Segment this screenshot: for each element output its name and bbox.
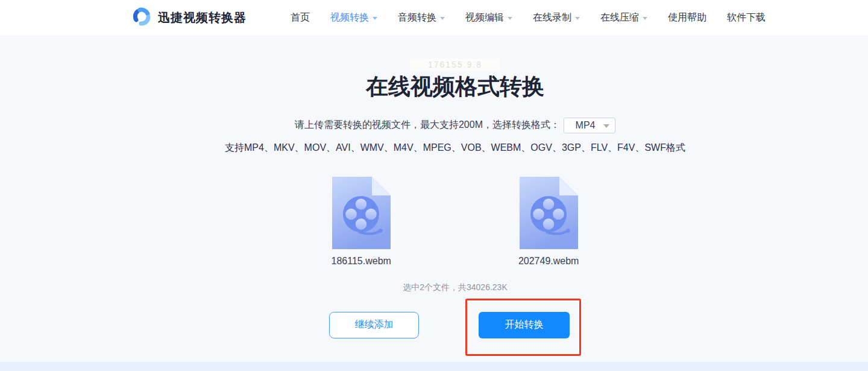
start-convert-button[interactable]: 开始转换 <box>479 312 570 338</box>
watermark: 176155.9.8 <box>410 59 500 71</box>
format-select-value: MP4 <box>576 120 596 131</box>
caret-down-icon <box>508 17 512 20</box>
caret-down-icon <box>373 17 377 20</box>
nav-label: 音频转换 <box>398 11 436 24</box>
caret-down-icon <box>440 17 445 20</box>
converter-section: 176155.9.8 在线视频格式转换 请上传需要转换的视频文件，最大支持200… <box>0 36 868 362</box>
supported-formats-text: 支持MP4、MKV、MOV、AVI、WMV、M4V、MPEG、VOB、WEBM、… <box>225 142 685 154</box>
nav-item-software-download[interactable]: 软件下载 <box>727 11 766 24</box>
video-file-icon <box>520 177 578 252</box>
nav-label: 视频转换 <box>330 11 369 24</box>
nav-label: 软件下载 <box>727 11 766 24</box>
file-name: 202749.webm <box>518 256 579 267</box>
page-title: 在线视频格式转换 <box>366 75 544 99</box>
footer-band <box>0 362 868 371</box>
brand-title: 迅捷视频转换器 <box>158 10 247 26</box>
caret-down-icon <box>643 17 647 20</box>
nav-item-audio-convert[interactable]: 音频转换 <box>398 11 445 24</box>
nav-item-online-compress[interactable]: 在线压缩 <box>600 11 647 24</box>
nav-item-help[interactable]: 使用帮助 <box>668 11 706 24</box>
top-navbar: 迅捷视频转换器 首页 视频转换 音频转换 视频编辑 在线录制 在线压缩 使用帮助 <box>0 0 868 36</box>
brand[interactable]: 迅捷视频转换器 <box>131 7 247 30</box>
upload-hint-text: 请上传需要转换的视频文件，最大支持200M，选择转换格式： <box>295 119 560 132</box>
nav-item-video-convert[interactable]: 视频转换 <box>330 11 377 24</box>
nav-item-online-record[interactable]: 在线录制 <box>533 11 580 24</box>
add-more-button[interactable]: 继续添加 <box>329 312 419 338</box>
format-select[interactable]: MP4 <box>564 118 615 133</box>
selected-files-row: 186115.webm 202749.webm <box>332 177 579 267</box>
video-file-icon <box>332 177 391 252</box>
nav-item-video-edit[interactable]: 视频编辑 <box>465 11 512 24</box>
caret-down-icon <box>603 124 609 128</box>
nav-label: 在线录制 <box>533 11 571 24</box>
nav-item-home[interactable]: 首页 <box>291 11 310 24</box>
action-buttons-row: 继续添加 开始转换 <box>329 299 581 356</box>
red-annotation-box: 开始转换 <box>465 299 581 356</box>
nav-label: 使用帮助 <box>668 11 706 24</box>
swirl-logo-icon <box>131 7 152 30</box>
selection-summary: 选中2个文件，共34026.23K <box>403 282 508 293</box>
main-nav: 首页 视频转换 音频转换 视频编辑 在线录制 在线压缩 使用帮助 软件下载 <box>291 11 766 24</box>
file-name: 186115.webm <box>332 256 391 267</box>
nav-label: 在线压缩 <box>600 11 639 24</box>
file-item[interactable]: 202749.webm <box>518 177 579 267</box>
file-item[interactable]: 186115.webm <box>332 177 391 267</box>
nav-label: 首页 <box>291 11 310 24</box>
caret-down-icon <box>575 17 580 20</box>
nav-label: 视频编辑 <box>465 11 504 24</box>
upload-hint-row: 请上传需要转换的视频文件，最大支持200M，选择转换格式： MP4 <box>295 118 615 133</box>
